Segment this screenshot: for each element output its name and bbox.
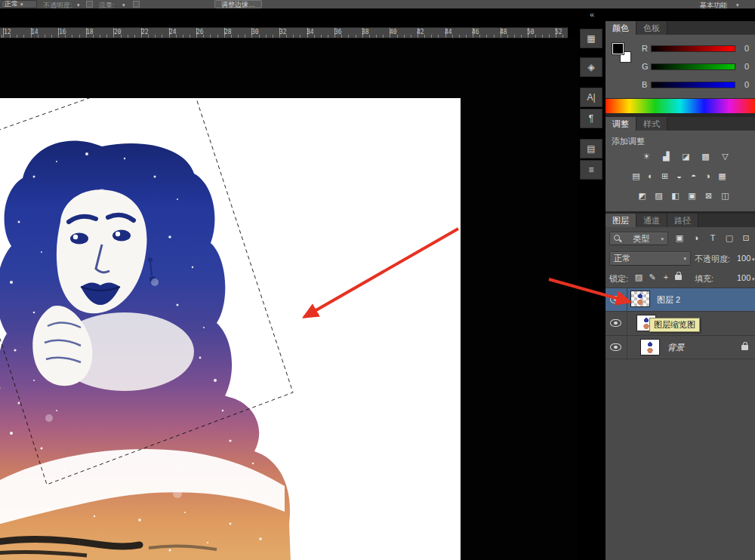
adjustment-icon[interactable]: ◧	[669, 191, 682, 201]
refine-edge-button[interactable]: 调整边缘…	[214, 0, 262, 8]
visibility-eye-icon[interactable]	[610, 319, 621, 327]
layer-filter-kind-select[interactable]: 类型 ▾	[609, 232, 668, 245]
red-slider[interactable]	[651, 45, 735, 52]
layer-opacity-value[interactable]: 100	[737, 254, 750, 263]
photoshop-window: 正常 ▾ 不透明度: ▾ 流量: ▾ 调整边缘… 基本功能 ▾ 12 14 16…	[0, 0, 755, 560]
lock-all-icon[interactable]	[675, 275, 682, 280]
visibility-eye-icon[interactable]	[610, 343, 621, 351]
filter-adjustment-layers-icon[interactable]: ◑	[690, 233, 702, 242]
filter-pixel-layers-icon[interactable]: ▣	[673, 233, 686, 243]
foreground-color-swatch[interactable]	[612, 43, 624, 54]
ruler-label: 44	[445, 29, 452, 35]
canvas-area[interactable]	[0, 39, 578, 560]
layers-panel-body: 类型 ▾ ▣ ◑ T ▢ ⊡ 正常 ▾ 不透明度: 100 ▾ 锁定: ▨ ✎ …	[606, 227, 755, 560]
histogram-panel-icon[interactable]: ≡	[580, 160, 602, 180]
clone-source-panel-icon[interactable]: ◈	[580, 57, 602, 77]
tab-channels[interactable]: 通道	[636, 214, 667, 227]
ruler-label: 30	[251, 29, 259, 35]
color-panel-tabbar: 颜色 色板	[606, 21, 755, 35]
adjustment-icon[interactable]: ▽	[719, 152, 732, 162]
ruler-label: 32	[279, 29, 287, 35]
flow-label: 流量:	[99, 1, 115, 11]
horizontal-ruler: 12 14 16 18 20 22 24 26 28 30 32 34 36 3…	[0, 27, 568, 38]
chevron-down-icon: ▾	[752, 257, 755, 263]
ruler-label: 36	[334, 29, 342, 35]
tab-adjustments[interactable]: 调整	[606, 117, 636, 131]
brush-presets-panel-icon[interactable]: ▦	[580, 29, 602, 48]
ruler-label: 42	[417, 29, 424, 35]
lock-transparent-pixels-icon[interactable]: ▨	[633, 272, 645, 282]
blue-slider[interactable]	[651, 82, 735, 88]
adjustment-icon[interactable]: ⊠	[702, 191, 715, 201]
adjustment-icon[interactable]: ◓	[687, 171, 700, 181]
layer-thumbnail[interactable]	[630, 291, 650, 307]
adjustment-icon[interactable]: ▦	[716, 171, 729, 181]
red-value: 0	[744, 44, 749, 53]
tab-layers[interactable]: 图层	[606, 214, 636, 227]
ruler-label: 16	[59, 29, 66, 35]
color-panel-body: R 0 G 0 B 0	[606, 35, 755, 113]
layers-panel-tabbar: 图层 通道 路径	[606, 214, 755, 227]
layer-thumbnail[interactable]	[640, 339, 660, 355]
adjustment-icon[interactable]: ☀	[640, 152, 653, 162]
adjustment-icon[interactable]: ◩	[636, 191, 649, 201]
chevron-down-icon: ▾	[77, 2, 80, 8]
ruler-label: 46	[472, 29, 479, 35]
adjustment-icon[interactable]: ▤	[630, 171, 643, 181]
filter-type-layers-icon[interactable]: T	[707, 233, 719, 242]
tool-blend-mode-select[interactable]: 正常 ▾	[1, 0, 37, 8]
adjustments-panel-body: 添加调整 ☀ ▟ ◪ ▩ ▽ ▤ ◐ ⊞ ◒ ◓ ◑ ▦ ◩ ▨ ◧ ▣	[606, 131, 755, 211]
fill-value[interactable]: 100	[737, 273, 750, 282]
fill-label: 填充:	[695, 273, 713, 285]
adjustment-icon[interactable]: ◫	[719, 191, 732, 201]
layer-row-background[interactable]: 背景	[606, 336, 755, 358]
ruler-label: 20	[114, 29, 122, 35]
filter-shape-layers-icon[interactable]: ▢	[723, 233, 735, 243]
add-adjustment-label: 添加调整	[612, 136, 645, 147]
adjustment-icon[interactable]: ⊞	[658, 171, 671, 181]
character-panel-icon[interactable]: A|	[580, 88, 602, 107]
layer-thumbnail-tooltip: 图层缩览图	[649, 318, 700, 332]
adjustment-icon[interactable]: ◑	[701, 171, 714, 181]
ruler-label: 34	[307, 29, 314, 35]
ruler-label: 26	[196, 29, 204, 35]
selection-marquee	[0, 98, 461, 560]
options-bar: 正常 ▾ 不透明度: ▾ 流量: ▾ 调整边缘… 基本功能 ▾	[0, 0, 755, 9]
chevron-down-icon: ▾	[736, 2, 739, 8]
paragraph-panel-icon[interactable]: ¶	[580, 109, 602, 128]
adjustment-icon[interactable]: ◐	[644, 171, 657, 181]
layer-row-layer2[interactable]: 图层 2	[606, 288, 755, 311]
lock-image-pixels-icon[interactable]: ✎	[646, 272, 658, 282]
workspace-switcher-label[interactable]: 基本功能	[700, 1, 727, 11]
lock-position-icon[interactable]: +	[660, 272, 672, 282]
info-panel-icon[interactable]: ▤	[580, 139, 602, 158]
color-spectrum-ramp[interactable]	[606, 98, 755, 113]
pressure-opacity-icon[interactable]	[86, 1, 93, 8]
document[interactable]	[0, 98, 461, 560]
ruler-label: 24	[169, 29, 177, 35]
adjustment-icon[interactable]: ◒	[673, 171, 686, 181]
ruler-label: 38	[362, 29, 369, 35]
ruler-label: 12	[4, 29, 11, 35]
ruler-label: 18	[86, 29, 94, 35]
adjustment-icon[interactable]: ▟	[660, 152, 673, 162]
tab-swatches[interactable]: 色板	[636, 21, 667, 35]
airbrush-icon[interactable]	[133, 1, 140, 8]
adjustment-icon[interactable]: ▨	[652, 191, 665, 201]
layer-name[interactable]: 图层 2	[657, 294, 680, 306]
filter-smart-object-icon[interactable]: ⊡	[740, 233, 752, 243]
visibility-eye-icon[interactable]	[610, 296, 621, 303]
collapse-panels-icon[interactable]: «	[590, 10, 593, 19]
green-slider[interactable]	[651, 63, 735, 70]
tab-color[interactable]: 颜色	[606, 21, 636, 35]
tab-paths[interactable]: 路径	[667, 214, 698, 227]
adjustment-icon[interactable]: ▣	[686, 191, 698, 201]
adjustment-icon[interactable]: ◪	[680, 152, 692, 162]
layer-blend-mode-select[interactable]: 正常 ▾	[609, 251, 691, 266]
right-panel-dock: 颜色 色板 R 0 G 0 B 0 调整 样式 添加调整 ☀ ▟	[606, 21, 755, 560]
adjustment-icon[interactable]: ▩	[699, 152, 712, 162]
search-icon	[614, 235, 621, 242]
adjustments-panel-tabbar: 调整 样式	[606, 117, 755, 131]
tab-styles[interactable]: 样式	[636, 117, 667, 131]
layer-name[interactable]: 背景	[667, 342, 684, 353]
